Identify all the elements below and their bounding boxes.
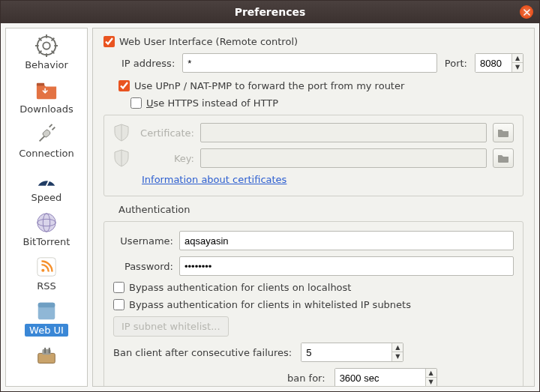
upnp-label: Use UPnP / NAT-PMP to forward the port f…	[134, 80, 404, 91]
key-browse-button	[493, 148, 514, 168]
gear-icon	[35, 34, 58, 57]
sidebar-item-label: RSS	[32, 280, 61, 292]
web-ui-panel: Web User Interface (Remote control) IP a…	[92, 28, 535, 387]
globe-icon	[35, 211, 58, 234]
authentication-heading: Authentication	[104, 204, 524, 215]
ban-after-label: Ban client after consecutive failures:	[113, 347, 292, 358]
chevron-down-icon[interactable]: ▼	[426, 378, 436, 387]
https-fieldset: Certificate: Key: Information	[104, 115, 524, 196]
web-ui-icon	[35, 300, 58, 322]
sidebar-item-label: BitTorrent	[19, 235, 75, 248]
sidebar-item-advanced[interactable]	[6, 341, 87, 371]
https-label: UUse HTTPS instead of HTTPse HTTPS inste…	[146, 97, 278, 109]
sidebar-item-connection[interactable]: Connection	[6, 120, 87, 164]
sidebar-item-bittorrent[interactable]: BitTorrent	[6, 208, 87, 253]
authentication-fieldset: Username: Password: Bypass authenticatio…	[104, 221, 524, 387]
chevron-down-icon[interactable]: ▼	[392, 352, 403, 361]
chevron-up-icon[interactable]: ▲	[512, 54, 523, 63]
https-checkbox[interactable]: UUse HTTPS instead of HTTPse HTTPS inste…	[130, 97, 278, 109]
svg-point-21	[41, 269, 44, 272]
ban-after-input[interactable]	[302, 343, 392, 361]
svg-line-13	[52, 127, 56, 130]
svg-point-17	[38, 214, 56, 232]
sidebar: Behavior Downloads Connection Speed	[5, 28, 88, 387]
svg-point-15	[46, 176, 47, 178]
sidebar-item-speed[interactable]: Speed	[6, 164, 87, 208]
preferences-window: Preferences Behavior Downloads	[0, 0, 540, 392]
sidebar-item-label: Web UI	[25, 324, 68, 337]
ip-address-input[interactable]	[182, 53, 437, 73]
sidebar-item-label: Connection	[14, 147, 79, 160]
chevron-up-icon[interactable]: ▲	[426, 369, 436, 378]
password-label: Password:	[113, 261, 173, 272]
svg-rect-10	[37, 83, 44, 86]
window-body: Behavior Downloads Connection Speed	[1, 23, 539, 391]
svg-point-1	[43, 42, 50, 49]
sidebar-item-label: Downloads	[15, 103, 77, 115]
certificate-input	[200, 123, 487, 142]
password-input[interactable]	[179, 256, 514, 276]
bypass-whitelist-checkbox[interactable]: Bypass authentication for clients in whi…	[113, 299, 411, 310]
ip-whitelist-button: IP subnet whitelist...	[113, 316, 229, 337]
close-icon	[524, 9, 530, 16]
spin-buttons[interactable]: ▲▼	[425, 369, 436, 387]
titlebar: Preferences	[1, 1, 539, 23]
enable-webui-checkbox[interactable]: Web User Interface (Remote control)	[104, 36, 298, 47]
sidebar-item-behavior[interactable]: Behavior	[6, 31, 87, 76]
toolbox-icon	[35, 344, 58, 367]
ban-for-spinbox[interactable]: ▲▼	[334, 368, 437, 387]
sidebar-item-rss[interactable]: RSS	[6, 253, 87, 297]
window-title: Preferences	[1, 6, 539, 18]
shield-icon	[113, 123, 130, 142]
rss-icon	[35, 256, 58, 278]
spin-buttons[interactable]: ▲▼	[392, 343, 403, 361]
key-label: Key:	[136, 153, 194, 164]
folder-icon	[497, 127, 509, 138]
ip-address-label: IP address:	[122, 58, 175, 69]
sidebar-item-label: Speed	[27, 191, 67, 204]
upnp-checkbox[interactable]: Use UPnP / NAT-PMP to forward the port f…	[118, 80, 404, 91]
svg-rect-24	[38, 353, 56, 363]
svg-rect-23	[38, 303, 56, 308]
chevron-down-icon[interactable]: ▼	[512, 63, 523, 72]
ban-after-spinbox[interactable]: ▲▼	[301, 343, 404, 362]
shield-icon	[113, 148, 130, 168]
close-button[interactable]	[520, 5, 533, 19]
folder-icon	[497, 153, 509, 163]
enable-webui-label: Web User Interface (Remote control)	[119, 36, 298, 47]
ban-for-label: ban for:	[287, 373, 326, 384]
username-input[interactable]	[179, 231, 514, 250]
download-folder-icon	[35, 79, 58, 101]
sidebar-item-web-ui[interactable]: Web UI	[6, 297, 87, 341]
svg-point-16	[50, 180, 52, 181]
spin-buttons[interactable]: ▲▼	[512, 54, 523, 72]
port-label: Port:	[445, 58, 467, 69]
svg-point-14	[40, 180, 42, 181]
key-input	[200, 148, 487, 168]
svg-line-12	[50, 124, 52, 127]
sidebar-item-label: Behavior	[20, 58, 73, 71]
certificate-browse-button	[493, 123, 514, 142]
ban-for-input[interactable]	[335, 369, 425, 387]
port-input[interactable]	[476, 54, 512, 72]
certificate-info-link[interactable]: Information about certificates	[142, 174, 286, 185]
chevron-up-icon[interactable]: ▲	[392, 343, 403, 352]
sidebar-item-downloads[interactable]: Downloads	[6, 76, 87, 120]
port-spinbox[interactable]: ▲▼	[475, 53, 524, 73]
username-label: Username:	[113, 235, 173, 247]
gauge-icon	[35, 167, 58, 190]
bypass-localhost-label: Bypass authentication for clients on loc…	[129, 282, 351, 293]
plug-icon	[35, 123, 58, 145]
certificate-label: Certificate:	[136, 127, 194, 139]
bypass-whitelist-label: Bypass authentication for clients in whi…	[129, 299, 411, 310]
bypass-localhost-checkbox[interactable]: Bypass authentication for clients on loc…	[113, 282, 351, 293]
